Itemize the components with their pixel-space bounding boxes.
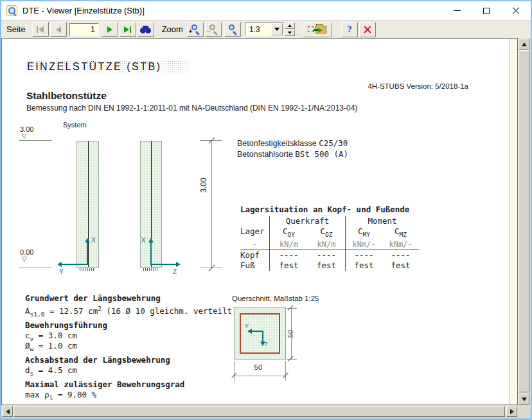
unit-cell: kN/m: [308, 240, 346, 250]
xsec-drawing: Y z: [234, 307, 286, 360]
spin-up-icon: [288, 24, 292, 27]
cell: fest: [382, 260, 419, 271]
last-page-button[interactable]: [120, 22, 136, 37]
steel-grade-line: Betonstahlsorte BSt 500 (A): [237, 149, 348, 159]
spin-up-button[interactable]: [285, 23, 295, 29]
minimize-button[interactable]: [442, 1, 472, 20]
x-axis-arrowhead-icon: [85, 238, 90, 242]
help-icon: ?: [347, 24, 352, 35]
elevation-bottom-line: [19, 268, 52, 268]
col-header: CMY: [346, 226, 382, 240]
elevation-top-line: [19, 140, 52, 141]
close-viewer-icon: [364, 26, 371, 33]
report-header-title: EINZELSTÜTZE (STB): [25, 61, 161, 73]
window-title: DTE - Viewer [Einzelstütze (Stb)]: [22, 6, 145, 15]
scroll-right-icon: [510, 409, 514, 414]
zoom-label: Zoom: [162, 24, 183, 34]
y-axis-arrow: [61, 264, 87, 265]
next-page-button[interactable]: [102, 22, 118, 37]
zoom-in-button[interactable]: +: [187, 22, 204, 37]
scroll-right-button[interactable]: [506, 406, 517, 417]
zoom-scale-value: 1:3: [245, 25, 271, 34]
concrete-class-label: Betonfestigkeitsklasse: [237, 139, 317, 148]
spin-down-icon: [288, 32, 292, 34]
first-page-button[interactable]: [32, 22, 49, 37]
report-title: Stahlbetonstütze: [26, 90, 107, 102]
spin-down-button[interactable]: [285, 30, 295, 36]
scroll-down-button[interactable]: [519, 394, 529, 405]
close-button[interactable]: [501, 1, 531, 20]
export-button[interactable]: [303, 22, 332, 37]
binoculars-icon: [140, 26, 151, 33]
zoom-scale-select[interactable]: 1:3: [245, 23, 283, 36]
zoom-out-icon: −: [208, 24, 218, 35]
reinf-heading-4: Maximal zulässiger Bewehrungsgrad: [25, 379, 184, 389]
close-viewer-button[interactable]: [359, 22, 376, 37]
xsec-z-axis: [262, 331, 263, 342]
steel-grade-value: BSt 500 (A): [295, 149, 348, 159]
z-axis-arrowhead-icon: [176, 262, 181, 267]
bearing-table-title: Lagersituation an Kopf- und Fußende: [240, 205, 409, 214]
page-number-input[interactable]: [69, 23, 99, 36]
reinf-ds-line: ds = 4.5 cm: [25, 365, 77, 378]
unit-cell: kN/m: [270, 240, 308, 250]
document-viewport: EINZELSTÜTZE (STB) 4H-STUBS Version: 5/2…: [1, 38, 518, 405]
vertical-scrollbar[interactable]: [518, 38, 531, 405]
scroll-left-icon: [6, 409, 10, 414]
dim-ext-line: [287, 308, 297, 309]
horizontal-scrollbar[interactable]: [1, 405, 518, 418]
zoom-select-button[interactable]: [224, 22, 241, 37]
scrollbar-corner: [518, 405, 531, 418]
zoom-select-icon: [227, 24, 238, 35]
seite-label: Seite: [6, 24, 26, 34]
chevron-down-icon: [274, 28, 279, 31]
app-window: DTE - Viewer [Einzelstütze (Stb)] Seite …: [0, 0, 532, 420]
scroll-down-icon: [522, 397, 527, 401]
help-button[interactable]: ?: [341, 22, 358, 37]
cell: ----: [346, 250, 382, 260]
xsec-rebar-outline: [240, 313, 280, 354]
minimize-icon: [454, 10, 461, 11]
cell: fest: [308, 260, 346, 271]
last-page-icon: [124, 26, 129, 33]
group-moment: Moment: [346, 216, 419, 226]
report-subtitle: Bemessung nach DIN EN 1992-1-1:2011-01 m…: [26, 104, 357, 113]
col-header: CQY: [270, 226, 308, 240]
unit-cell: kNm/-: [346, 240, 382, 250]
reinf-heading-1: Grundwert der Längsbewehrung: [25, 293, 161, 303]
search-button[interactable]: [137, 22, 154, 37]
xsec-dim-height: 50: [287, 321, 296, 347]
support-hatch: [80, 268, 95, 271]
reinf-heading-2: Bewehrungsführung: [25, 320, 107, 330]
dim-ext-line: [287, 359, 297, 360]
scroll-up-icon: [522, 42, 527, 46]
maximize-icon: [483, 8, 490, 14]
x-axis-arrow: [150, 242, 152, 265]
zoom-in-icon: +: [190, 24, 200, 35]
zoom-out-button[interactable]: −: [205, 22, 222, 37]
close-icon: [512, 7, 520, 15]
zoom-scale-dropdown-button[interactable]: [271, 23, 283, 35]
reinf-heading-3: Achsabstand der Längsbewehrung: [25, 355, 170, 365]
y-axis-label: Y: [59, 268, 64, 275]
maximize-button[interactable]: [472, 1, 501, 20]
row-label: Kopf: [240, 250, 270, 260]
prev-page-button[interactable]: [50, 22, 67, 37]
titlebar: DTE - Viewer [Einzelstütze (Stb)]: [1, 1, 531, 20]
scroll-left-button[interactable]: [2, 406, 13, 417]
y-axis-arrowhead-icon: [57, 262, 62, 267]
elevation-marker-icon: ▽: [22, 133, 27, 140]
scroll-up-button[interactable]: [519, 39, 529, 50]
vertical-scroll-thumb[interactable]: [519, 50, 529, 392]
reinf-as-line: As1,0 = 12.57 cm2 (16 Ø 10 gleichm. vert…: [25, 304, 237, 319]
support-hatch: [143, 268, 159, 271]
x-axis-label: X: [91, 237, 96, 244]
group-querkraft: Querkraft: [270, 216, 346, 226]
z-axis-arrow: [152, 264, 177, 265]
prev-page-icon: [56, 26, 61, 33]
row-label: Fuß: [240, 260, 270, 271]
xsec-dim-width: 50: [249, 363, 268, 371]
page-margin-area: [509, 39, 517, 405]
cell: ----: [308, 250, 346, 260]
horizontal-scroll-thumb[interactable]: [13, 406, 505, 417]
